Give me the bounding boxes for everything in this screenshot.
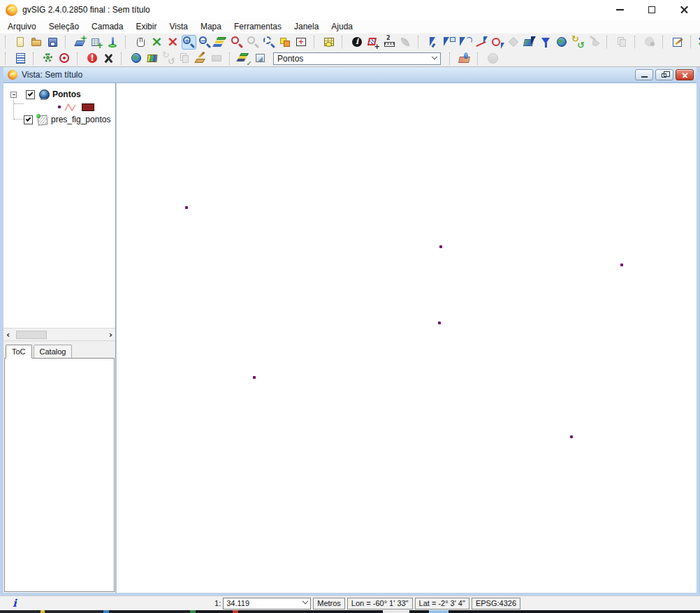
menubar: ArquivoSeleçãoCamadaExibirVistaMapaFerra… — [0, 20, 700, 34]
full-extent-icon[interactable] — [166, 36, 180, 49]
menu-mapa[interactable]: Mapa — [194, 20, 228, 33]
latitude-box: Lat = -2° 3' 4" — [415, 598, 469, 610]
tools-icon[interactable] — [102, 52, 115, 65]
error-log-icon[interactable] — [86, 52, 99, 65]
scroll-left-arrow-icon[interactable] — [6, 330, 13, 340]
copy-icon[interactable] — [615, 36, 629, 49]
select-polyline-icon[interactable] — [475, 36, 488, 49]
epsg-box[interactable]: EPSG:4326 — [472, 598, 520, 610]
tree-expander-icon[interactable] — [10, 92, 17, 98]
select-buffer-icon[interactable] — [507, 36, 520, 49]
map-canvas[interactable] — [117, 83, 697, 593]
toolbar-separator — [449, 52, 453, 65]
menu-selecao[interactable]: Seleção — [43, 20, 85, 33]
view-restore-button[interactable] — [655, 69, 673, 80]
close-button[interactable] — [668, 0, 700, 20]
manage-layers-icon[interactable] — [238, 52, 251, 65]
new-document-icon[interactable] — [14, 36, 27, 49]
zoom-to-layers-icon[interactable] — [214, 36, 228, 49]
add-layer-icon[interactable] — [74, 36, 87, 49]
layer-label-pres-fig-pontos[interactable]: pres_fig_pontos — [51, 115, 110, 124]
toolbar-separator — [342, 36, 345, 48]
locator-panel — [4, 358, 115, 592]
point-symbol — [58, 106, 61, 108]
view-close-button[interactable] — [676, 69, 694, 80]
clear-selection-icon[interactable] — [588, 36, 601, 49]
recording-icon[interactable] — [58, 52, 71, 65]
edit-layer-icon[interactable] — [194, 52, 207, 65]
toolbar-separator — [65, 36, 68, 48]
project-manager-icon[interactable] — [14, 52, 27, 65]
add-table-icon[interactable] — [90, 36, 103, 49]
scale-combobox[interactable]: 34.119 — [223, 598, 311, 610]
duplicate-icon[interactable] — [178, 52, 191, 65]
zoom-out-icon[interactable] — [198, 36, 212, 49]
filter-icon[interactable] — [539, 36, 553, 49]
export-view-icon[interactable] — [643, 36, 657, 49]
web-globe-icon[interactable] — [555, 36, 569, 49]
frame-points-icon[interactable] — [295, 36, 308, 49]
menu-vista[interactable]: Vista — [163, 20, 194, 33]
minimize-button[interactable] — [604, 0, 636, 20]
layer-selector[interactable]: Pontos — [273, 52, 441, 65]
units-box[interactable]: Metros — [313, 598, 345, 610]
locator-icon[interactable] — [106, 36, 119, 49]
overlap-layers-icon[interactable] — [279, 36, 292, 49]
map-point — [439, 245, 442, 248]
refresh-view-icon[interactable] — [162, 52, 175, 65]
select-by-layer-icon[interactable] — [523, 36, 537, 49]
view-map-icon[interactable] — [146, 52, 159, 65]
tab-toc[interactable]: ToC — [6, 345, 32, 359]
tree-connector — [13, 96, 14, 120]
attribute-table-icon[interactable] — [323, 36, 336, 49]
layer-checkbox-pontos[interactable] — [26, 90, 35, 99]
scroll-right-arrow-icon[interactable] — [105, 330, 112, 340]
map-point — [185, 206, 188, 209]
desktop-taskbar-sliver — [0, 610, 700, 613]
disabled-tool-icon[interactable] — [486, 52, 500, 65]
layer-label-pontos[interactable]: Pontos — [52, 89, 81, 99]
layer-checkbox-pres-fig-pontos[interactable] — [24, 115, 33, 124]
view-window-titlebar[interactable]: Vista: Sem título — [3, 67, 697, 83]
scrollbar-thumb[interactable] — [16, 331, 47, 339]
pan-icon[interactable] — [134, 36, 147, 49]
zoom-to-extent-icon[interactable] — [150, 36, 163, 49]
select-polygon-icon[interactable] — [459, 36, 472, 49]
layer-properties-icon[interactable] — [254, 52, 268, 65]
menu-exibir[interactable]: Exibir — [129, 20, 163, 33]
query-area-icon[interactable] — [367, 36, 380, 49]
zoom-manager-icon[interactable] — [263, 36, 276, 49]
open-document-icon[interactable] — [30, 36, 43, 49]
zoom-previous-icon[interactable] — [247, 36, 260, 49]
menu-camada[interactable]: Camada — [85, 20, 129, 33]
geolocate-icon[interactable] — [458, 52, 472, 65]
select-circle-icon[interactable] — [491, 36, 504, 49]
scale-value: 34.119 — [226, 599, 249, 607]
menu-ajuda[interactable]: Ajuda — [325, 20, 359, 33]
hyperlink-icon[interactable] — [399, 36, 412, 49]
gvsig-logo-icon — [8, 70, 17, 80]
minimize-icon — [641, 76, 648, 78]
zoom-to-selection-icon[interactable] — [231, 36, 244, 49]
tab-catalog[interactable]: Catalog — [34, 345, 73, 358]
toolbar-handle — [5, 52, 8, 65]
export-image-icon[interactable] — [210, 52, 224, 65]
info-tool-icon[interactable] — [351, 36, 364, 49]
zoom-in-icon[interactable] — [182, 36, 196, 49]
select-point-icon[interactable] — [427, 36, 440, 49]
menu-janela[interactable]: Janela — [288, 20, 325, 33]
preferences-icon[interactable] — [42, 52, 55, 65]
menu-arquivo[interactable]: Arquivo — [1, 20, 43, 33]
save-document-icon[interactable] — [46, 36, 59, 49]
reload-layers-icon[interactable] — [571, 36, 585, 49]
new-view-globe-icon[interactable] — [130, 52, 143, 65]
select-rectangle-icon[interactable] — [443, 36, 456, 49]
restore-icon — [662, 73, 666, 78]
toc-horizontal-scrollbar[interactable] — [3, 328, 115, 341]
maximize-button[interactable] — [636, 0, 668, 20]
measure-distance-icon[interactable] — [383, 36, 396, 49]
menu-ferramentas[interactable]: Ferramentas — [228, 20, 288, 33]
chevron-down-icon — [302, 598, 308, 604]
edit-extent-icon[interactable] — [671, 36, 685, 49]
view-minimize-button[interactable] — [635, 69, 653, 80]
